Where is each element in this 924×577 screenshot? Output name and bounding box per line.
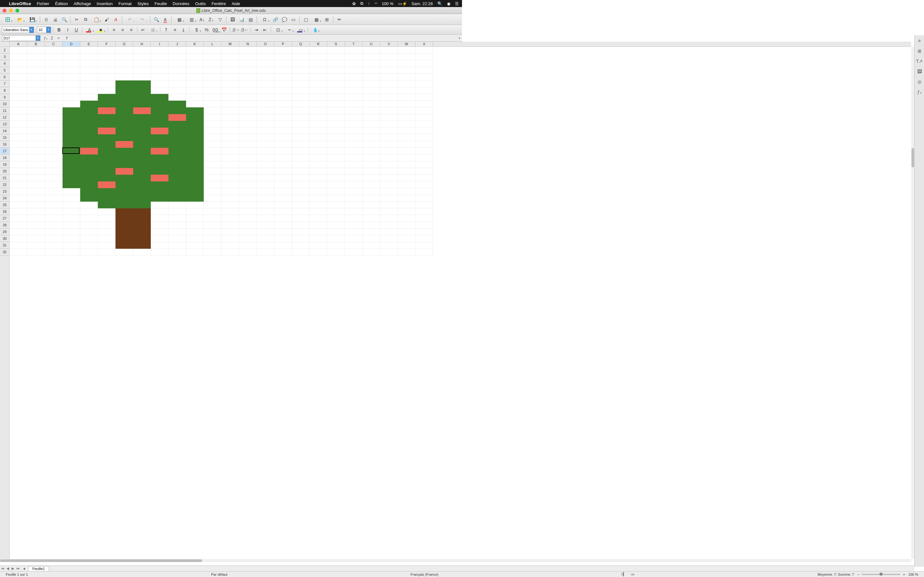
pixel-cell-F24[interactable]	[98, 195, 115, 201]
align-center-button[interactable]: ≡	[119, 26, 126, 33]
pixel-cell-E22[interactable]	[80, 181, 98, 188]
pixel-cell-G20[interactable]	[115, 168, 133, 175]
row-header-7[interactable]: 7	[0, 81, 9, 87]
formula-input[interactable]: 7	[63, 35, 457, 41]
comment-button[interactable]: 💬	[280, 15, 288, 24]
pixel-cell-D20[interactable]	[63, 168, 80, 175]
pixel-cell-F10[interactable]	[98, 101, 115, 107]
pixel-cell-G25[interactable]	[115, 201, 133, 208]
pixel-cell-D21[interactable]	[63, 175, 80, 181]
pixel-cell-J15[interactable]	[168, 134, 186, 141]
row-header-23[interactable]: 23	[0, 188, 9, 195]
menu-insertion[interactable]: Insertion	[97, 1, 113, 6]
pixel-cell-F22[interactable]	[98, 181, 115, 188]
row-header-30[interactable]: 30	[0, 235, 9, 242]
pixel-cell-F11[interactable]	[98, 107, 115, 114]
pixel-cell-K13[interactable]	[186, 121, 204, 127]
define-print-area-button[interactable]: ▢	[302, 15, 310, 24]
pixel-cell-G24[interactable]	[115, 195, 133, 201]
clock[interactable]: Sam. 22:28	[412, 1, 433, 6]
row-header-25[interactable]: 25	[0, 201, 9, 208]
pixel-cell-I16[interactable]	[151, 141, 168, 148]
pixel-cell-E24[interactable]	[80, 195, 98, 201]
wifi-icon[interactable]: ⌔	[375, 1, 377, 6]
pivot-table-button[interactable]: ▤	[246, 15, 255, 24]
column-header-F[interactable]: F	[98, 42, 115, 47]
font-size-dropdown-icon[interactable]: ▾	[46, 27, 51, 33]
pixel-cell-J10[interactable]	[168, 101, 186, 107]
pixel-cell-K21[interactable]	[186, 175, 204, 181]
pixel-cell-I21[interactable]	[151, 175, 168, 181]
insert-special-char-button[interactable]: Ω	[259, 15, 270, 24]
redo-button[interactable]: ↷	[136, 15, 148, 24]
menu-format[interactable]: Format	[118, 1, 132, 6]
pixel-cell-K20[interactable]	[186, 168, 204, 175]
pixel-cell-G16[interactable]	[115, 141, 133, 148]
menu-edition[interactable]: Édition	[55, 1, 68, 6]
pixel-cell-H7[interactable]	[133, 81, 151, 87]
equals-icon[interactable]: =	[56, 36, 61, 40]
pixel-cell-H31[interactable]	[133, 242, 151, 249]
pixel-cell-K11[interactable]	[186, 107, 204, 114]
pixel-cell-D13[interactable]	[63, 121, 80, 127]
row-header-5[interactable]: 5	[0, 67, 9, 74]
pixel-cell-H11[interactable]	[133, 107, 151, 114]
merge-cells-button[interactable]: ⊞	[148, 26, 158, 33]
menu-outils[interactable]: Outils	[195, 1, 206, 6]
autofilter-button[interactable]: ▽	[216, 15, 224, 24]
pixel-cell-G14[interactable]	[115, 127, 133, 134]
pixel-cell-F21[interactable]	[98, 175, 115, 181]
border-color-button[interactable]: ▭	[296, 26, 306, 33]
print-preview-button[interactable]: 🔍	[60, 15, 68, 24]
highlight-color-button[interactable]: ■	[95, 26, 106, 33]
dropbox-icon[interactable]: ⧉	[360, 1, 363, 6]
pixel-cell-D17[interactable]	[63, 148, 80, 155]
row-header-18[interactable]: 18	[0, 155, 9, 161]
pixel-cell-E17[interactable]	[80, 148, 98, 155]
pixel-cell-I12[interactable]	[151, 114, 168, 121]
row-header-8[interactable]: 8	[0, 87, 9, 94]
undo-button[interactable]: ↶	[124, 15, 136, 24]
pixel-cell-J12[interactable]	[168, 114, 186, 121]
pixel-cell-J16[interactable]	[168, 141, 186, 148]
row-header-13[interactable]: 13	[0, 121, 9, 127]
menu-styles[interactable]: Styles	[137, 1, 149, 6]
column-header-W[interactable]: W	[398, 42, 415, 47]
italic-button[interactable]: I	[64, 26, 71, 33]
remove-decimal-button[interactable]: .0←	[241, 26, 248, 33]
spotlight-icon[interactable]: 🔍	[437, 1, 443, 6]
row-header-14[interactable]: 14	[0, 127, 9, 134]
font-name-input[interactable]: Liberation Sans▾	[2, 27, 34, 33]
pixel-cell-F25[interactable]	[98, 201, 115, 208]
row-header-27[interactable]: 27	[0, 215, 9, 222]
pixel-cell-E16[interactable]	[80, 141, 98, 148]
insert-chart-button[interactable]: 📊	[237, 15, 246, 24]
decrease-indent-button[interactable]: ⇤	[261, 26, 269, 33]
spellcheck-button[interactable]: A	[161, 15, 170, 24]
pixel-cell-G13[interactable]	[115, 121, 133, 127]
row-headers[interactable]: 2345678910111213141516171819202122232425…	[0, 47, 10, 288]
find-button[interactable]: 🔍	[152, 15, 160, 24]
row-header-24[interactable]: 24	[0, 195, 9, 201]
pixel-cell-G31[interactable]	[115, 242, 133, 249]
pixel-cell-J24[interactable]	[168, 195, 186, 201]
menu-donnees[interactable]: Données	[173, 1, 189, 6]
pixel-cell-G12[interactable]	[115, 114, 133, 121]
row-header-28[interactable]: 28	[0, 222, 9, 229]
pixel-cell-J13[interactable]	[168, 121, 186, 127]
column-header-K[interactable]: K	[186, 42, 204, 47]
increase-indent-button[interactable]: ⇥	[252, 26, 260, 33]
pixel-cell-G27[interactable]	[115, 215, 133, 222]
row-header-26[interactable]: 26	[0, 208, 9, 215]
pixel-cell-G17[interactable]	[115, 148, 133, 155]
row-header-20[interactable]: 20	[0, 168, 9, 175]
clear-format-button[interactable]: A	[111, 15, 120, 24]
pixel-cell-I9[interactable]	[151, 94, 168, 101]
pixel-cell-J23[interactable]	[168, 188, 186, 195]
pixel-cell-K22[interactable]	[186, 181, 204, 188]
column-header-G[interactable]: G	[115, 42, 133, 47]
save-button[interactable]: 💾	[26, 15, 38, 24]
export-pdf-button[interactable]: ⎙	[42, 15, 50, 24]
pixel-cell-I19[interactable]	[151, 161, 168, 168]
pixel-cell-G8[interactable]	[115, 87, 133, 94]
